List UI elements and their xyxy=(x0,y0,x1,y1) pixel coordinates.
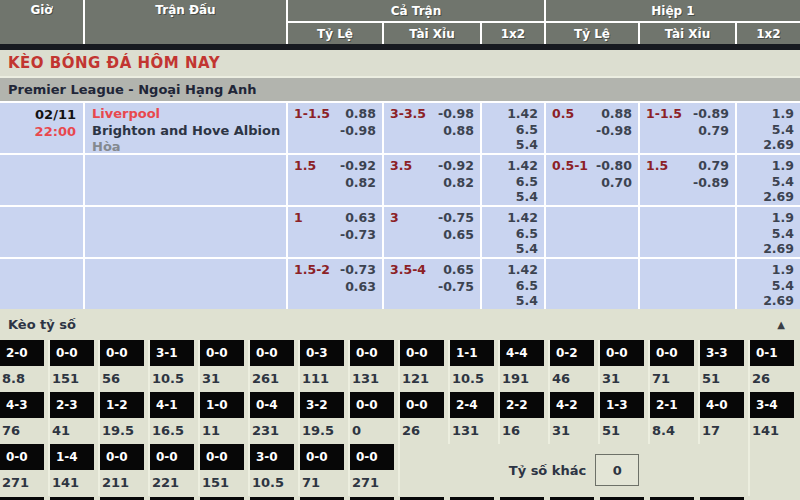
score-box[interactable]: 2-2 xyxy=(500,392,544,418)
ft-1x2-cell[interactable]: 1.426.55.4 xyxy=(482,259,544,309)
score-box[interactable]: 3-0 xyxy=(250,444,294,470)
ft-over-under-cell[interactable]: 3.5-0.920.82 xyxy=(384,155,480,205)
score-box[interactable]: 4-0 xyxy=(700,392,744,418)
score-odd[interactable]: 271 xyxy=(350,470,398,490)
score-odd[interactable]: 0 xyxy=(350,418,398,438)
score-box[interactable]: 0-0 xyxy=(100,340,144,366)
h1-over-under-cell[interactable]: 1.50.79-0.89 xyxy=(640,155,735,205)
score-odd[interactable]: 26 xyxy=(400,418,448,438)
score-odd[interactable]: 211 xyxy=(100,470,148,490)
score-odd[interactable]: 121 xyxy=(400,366,448,386)
score-box[interactable]: 4-1 xyxy=(150,392,194,418)
score-odd[interactable]: 19.5 xyxy=(300,418,348,438)
score-box[interactable]: 1-3 xyxy=(600,392,644,418)
score-box[interactable]: 0-0 xyxy=(400,392,444,418)
score-odd[interactable]: 8.4 xyxy=(650,418,698,438)
ft-over-under-cell[interactable]: 3.5-40.65-0.75 xyxy=(384,259,480,309)
score-box[interactable]: 1-4 xyxy=(50,444,94,470)
score-box[interactable]: 0-0 xyxy=(650,340,694,366)
score-box[interactable]: 0-0 xyxy=(350,444,394,470)
score-box[interactable]: 2-4 xyxy=(450,392,494,418)
score-box[interactable]: 2-0 xyxy=(0,340,44,366)
h1-over-under-cell[interactable]: 1-1.5-0.890.79 xyxy=(640,103,735,153)
h1-handicap-cell[interactable]: 0.50.88-0.98 xyxy=(546,103,638,153)
score-odd[interactable]: 46 xyxy=(550,366,598,386)
score-box[interactable]: 0-0 xyxy=(0,444,44,470)
collapse-arrow-icon[interactable]: ▲ xyxy=(777,319,785,330)
score-box[interactable]: 0-0 xyxy=(200,340,244,366)
score-box[interactable]: 1-1 xyxy=(450,340,494,366)
score-box[interactable]: 1-2 xyxy=(100,392,144,418)
score-box[interactable]: 2-1 xyxy=(650,392,694,418)
score-box[interactable]: 3-1 xyxy=(150,340,194,366)
score-box[interactable]: 0-0 xyxy=(400,340,444,366)
score-odd[interactable]: 151 xyxy=(50,366,98,386)
ft-1x2-cell[interactable]: 1.426.55.4 xyxy=(482,207,544,257)
score-box[interactable]: 3-3 xyxy=(700,340,744,366)
score-odd[interactable]: 71 xyxy=(300,470,348,490)
score-odd[interactable]: 141 xyxy=(50,470,98,490)
score-odd[interactable]: 51 xyxy=(600,418,648,438)
score-odd[interactable]: 231 xyxy=(250,418,298,438)
score-box[interactable]: 4-4 xyxy=(500,340,544,366)
score-box[interactable]: 4-3 xyxy=(0,392,44,418)
score-box[interactable]: 0-4 xyxy=(250,392,294,418)
score-odd[interactable]: 141 xyxy=(750,418,800,438)
score-odd[interactable]: 31 xyxy=(200,366,248,386)
score-odd[interactable]: 271 xyxy=(0,470,48,490)
score-box[interactable]: 0-0 xyxy=(50,340,94,366)
score-odd[interactable]: 19.5 xyxy=(100,418,148,438)
ft-handicap-cell[interactable]: 1-1.50.88-0.98 xyxy=(288,103,382,153)
score-box[interactable]: 3-2 xyxy=(300,392,344,418)
score-box[interactable]: 0-0 xyxy=(200,444,244,470)
score-odd[interactable]: 191 xyxy=(500,366,548,386)
score-odd[interactable]: 221 xyxy=(150,470,198,490)
other-score-input[interactable]: 0 xyxy=(595,454,639,486)
score-box[interactable]: 0-0 xyxy=(600,340,644,366)
score-odd[interactable]: 56 xyxy=(100,366,148,386)
score-box[interactable]: 0-1 xyxy=(750,340,794,366)
h1-1x2-cell[interactable]: 1.95.42.69 xyxy=(737,155,800,205)
score-box[interactable]: 0-0 xyxy=(300,444,344,470)
ft-handicap-cell[interactable]: 1.5-0.920.82 xyxy=(288,155,382,205)
ft-handicap-cell[interactable]: 1.5-2-0.730.63 xyxy=(288,259,382,309)
score-box[interactable]: 0-3 xyxy=(300,340,344,366)
score-odd[interactable]: 76 xyxy=(0,418,48,438)
score-odd[interactable]: 10.5 xyxy=(250,470,298,490)
score-box[interactable]: 0-0 xyxy=(150,444,194,470)
score-box[interactable]: 1-0 xyxy=(200,392,244,418)
ft-over-under-cell[interactable]: 3-0.750.65 xyxy=(384,207,480,257)
score-box[interactable]: 0-0 xyxy=(350,340,394,366)
score-odd[interactable]: 31 xyxy=(550,418,598,438)
score-box[interactable]: 0-0 xyxy=(250,340,294,366)
h1-1x2-cell[interactable]: 1.95.42.69 xyxy=(737,207,800,257)
score-odd[interactable]: 10.5 xyxy=(450,366,498,386)
h1-1x2-cell[interactable]: 1.95.42.69 xyxy=(737,103,800,153)
ft-handicap-cell[interactable]: 10.63-0.73 xyxy=(288,207,382,257)
score-odd[interactable]: 10.5 xyxy=(150,366,198,386)
score-box[interactable]: 2-3 xyxy=(50,392,94,418)
score-odd[interactable]: 31 xyxy=(600,366,648,386)
score-box[interactable]: 0-2 xyxy=(550,340,594,366)
score-odd[interactable]: 17 xyxy=(700,418,748,438)
score-odd[interactable]: 71 xyxy=(650,366,698,386)
score-odd[interactable]: 26 xyxy=(750,366,800,386)
score-odd[interactable]: 131 xyxy=(350,366,398,386)
score-odd[interactable]: 261 xyxy=(250,366,298,386)
score-odd[interactable]: 151 xyxy=(200,470,248,490)
h1-handicap-cell[interactable]: 0.5-1-0.800.70 xyxy=(546,155,638,205)
score-odd[interactable]: 41 xyxy=(50,418,98,438)
score-odd[interactable]: 11 xyxy=(200,418,248,438)
score-box[interactable]: 0-0 xyxy=(350,392,394,418)
ft-over-under-cell[interactable]: 3-3.5-0.980.88 xyxy=(384,103,480,153)
score-odd[interactable]: 131 xyxy=(450,418,498,438)
score-odd[interactable]: 111 xyxy=(300,366,348,386)
score-odd[interactable]: 16.5 xyxy=(150,418,198,438)
h1-1x2-cell[interactable]: 1.95.42.69 xyxy=(737,259,800,309)
score-box[interactable]: 4-2 xyxy=(550,392,594,418)
score-odd[interactable]: 8.8 xyxy=(0,366,48,386)
ft-1x2-cell[interactable]: 1.426.55.4 xyxy=(482,103,544,153)
score-box[interactable]: 3-4 xyxy=(750,392,794,418)
score-box[interactable]: 0-0 xyxy=(100,444,144,470)
score-odd[interactable]: 16 xyxy=(500,418,548,438)
